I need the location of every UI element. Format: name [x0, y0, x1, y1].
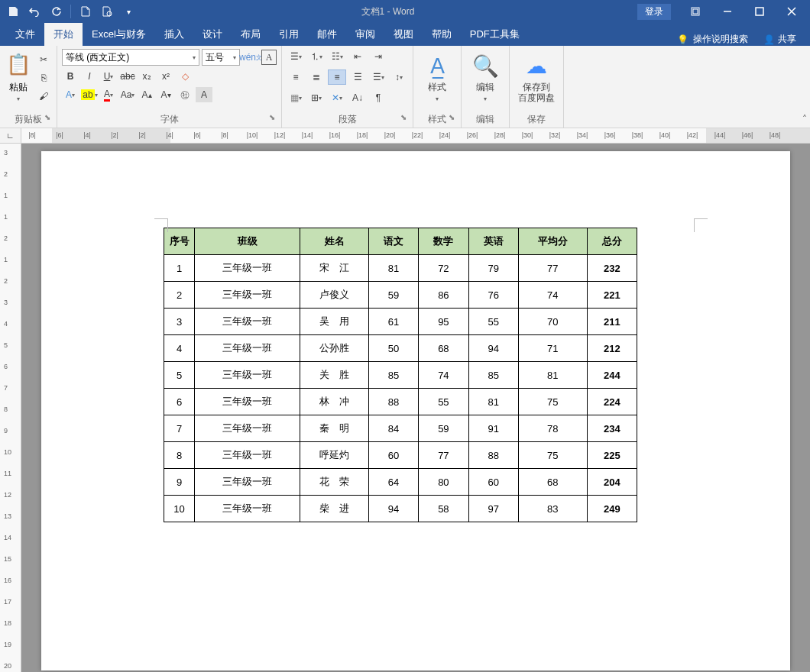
tab-review[interactable]: 审阅 [346, 23, 384, 46]
table-cell[interactable]: 95 [419, 309, 468, 335]
table-cell[interactable]: 70 [518, 309, 587, 335]
table-row[interactable]: 8三年级一班呼延灼60778875225 [164, 442, 637, 469]
enclose-char-icon[interactable]: ㊓ [177, 87, 193, 102]
table-cell[interactable]: 85 [468, 362, 518, 389]
editing-button[interactable]: 🔍 编辑▾ [466, 49, 504, 107]
table-cell[interactable]: 三年级一班 [195, 282, 300, 309]
superscript-button[interactable]: x² [157, 69, 174, 84]
char-shading-icon[interactable]: A [196, 87, 212, 102]
table-cell[interactable]: 三年级一班 [195, 469, 300, 496]
table-cell[interactable]: 81 [468, 389, 518, 415]
table-cell[interactable]: 59 [368, 282, 418, 309]
table-cell[interactable]: 79 [468, 255, 518, 282]
table-cell[interactable]: 204 [587, 469, 637, 496]
table-cell[interactable]: 225 [587, 442, 637, 469]
tell-me-search[interactable]: 💡 操作说明搜索 [669, 33, 756, 46]
multilevel-icon[interactable]: ☷▾ [328, 49, 346, 64]
table-cell[interactable]: 58 [419, 496, 468, 522]
copy-icon[interactable]: ⎘ [35, 70, 52, 86]
table-cell[interactable]: 秦 明 [300, 415, 369, 442]
align-center-icon[interactable]: ≣ [307, 69, 326, 85]
align-right-icon[interactable]: ≡ [328, 69, 346, 85]
table-cell[interactable]: 212 [587, 335, 637, 362]
collapse-ribbon-icon[interactable]: ˄ [802, 114, 807, 124]
table-row[interactable]: 5三年级一班关 胜85748581244 [164, 362, 637, 389]
sort-icon[interactable]: A↓ [348, 90, 367, 105]
table-cell[interactable]: 三年级一班 [195, 255, 300, 282]
horizontal-ruler[interactable]: |8||6||4||2||2||4||6||8||10||12||14||16|… [21, 128, 810, 144]
paste-icon[interactable]: 📋 [5, 49, 32, 79]
line-spacing-icon[interactable]: ↕▾ [390, 69, 408, 85]
font-size-select[interactable]: 五号▾ [202, 49, 240, 66]
table-cell[interactable]: 9 [164, 469, 195, 496]
char-border-icon[interactable]: A [261, 50, 277, 65]
table-cell[interactable]: 221 [587, 282, 637, 309]
table-cell[interactable]: 公孙胜 [300, 335, 369, 362]
table-cell[interactable]: 10 [164, 496, 195, 522]
table-cell[interactable]: 8 [164, 442, 195, 469]
maximize-icon[interactable] [744, 2, 775, 21]
grow-font-icon[interactable]: A▴ [138, 87, 155, 102]
table-header[interactable]: 序号 [164, 228, 195, 255]
table-header[interactable]: 英语 [468, 228, 518, 255]
clipboard-launcher-icon[interactable]: ⬊ [44, 113, 50, 121]
table-cell[interactable]: 三年级一班 [195, 389, 300, 415]
table-cell[interactable]: 2 [164, 282, 195, 309]
font-launcher-icon[interactable]: ⬊ [269, 113, 275, 121]
text-effects-icon[interactable]: A▾ [62, 87, 79, 102]
increase-indent-icon[interactable]: ⇥ [369, 49, 387, 64]
page-viewport[interactable]: 序号班级姓名语文数学英语平均分总分 1三年级一班宋 江817279772322三… [21, 144, 810, 672]
styles-launcher-icon[interactable]: ⬊ [449, 113, 455, 121]
tab-help[interactable]: 帮助 [423, 23, 461, 46]
table-cell[interactable]: 94 [368, 496, 418, 522]
table-cell[interactable]: 55 [468, 309, 518, 335]
table-cell[interactable]: 3 [164, 309, 195, 335]
table-cell[interactable]: 68 [419, 335, 468, 362]
table-cell[interactable]: 三年级一班 [195, 442, 300, 469]
table-cell[interactable]: 55 [419, 389, 468, 415]
table-row[interactable]: 9三年级一班花 荣64806068204 [164, 469, 637, 496]
change-case-icon[interactable]: Aa▾ [119, 87, 136, 102]
tab-mail[interactable]: 邮件 [308, 23, 346, 46]
table-cell[interactable]: 三年级一班 [195, 496, 300, 522]
table-cell[interactable]: 花 荣 [300, 469, 369, 496]
tab-insert[interactable]: 插入 [155, 23, 193, 46]
paste-dropdown-icon[interactable]: ▾ [17, 95, 20, 102]
table-cell[interactable]: 77 [518, 255, 587, 282]
bullets-icon[interactable]: ☰▾ [287, 49, 305, 64]
new-doc-icon[interactable] [76, 2, 96, 21]
ribbon-options-icon[interactable] [680, 2, 711, 21]
table-cell[interactable]: 224 [587, 389, 637, 415]
table-cell[interactable]: 74 [518, 282, 587, 309]
table-cell[interactable]: 71 [518, 335, 587, 362]
snap-to-grid-icon[interactable]: ✕▾ [328, 90, 346, 105]
table-row[interactable]: 1三年级一班宋 江81727977232 [164, 255, 637, 282]
table-cell[interactable]: 关 胜 [300, 362, 369, 389]
distributed-icon[interactable]: ☰▾ [369, 69, 387, 85]
table-cell[interactable]: 6 [164, 389, 195, 415]
table-cell[interactable]: 72 [419, 255, 468, 282]
table-row[interactable]: 4三年级一班公孙胜50689471212 [164, 335, 637, 362]
table-cell[interactable]: 94 [468, 335, 518, 362]
table-cell[interactable]: 249 [587, 496, 637, 522]
table-cell[interactable]: 三年级一班 [195, 415, 300, 442]
close-icon[interactable] [776, 2, 807, 21]
table-cell[interactable]: 50 [368, 335, 418, 362]
subscript-button[interactable]: x₂ [138, 69, 155, 84]
styles-button[interactable]: A̲ 样式▾ [418, 49, 456, 107]
table-cell[interactable]: 64 [368, 469, 418, 496]
table-header[interactable]: 姓名 [300, 228, 369, 255]
table-cell[interactable]: 81 [368, 255, 418, 282]
table-cell[interactable]: 59 [419, 415, 468, 442]
tab-file[interactable]: 文件 [6, 23, 44, 46]
table-cell[interactable]: 85 [368, 362, 418, 389]
vertical-ruler[interactable]: 321121234567891011121314151617181920 [0, 144, 21, 672]
shrink-font-icon[interactable]: A▾ [157, 87, 174, 102]
print-preview-icon[interactable] [97, 2, 117, 21]
tab-design[interactable]: 设计 [193, 23, 232, 46]
cut-icon[interactable]: ✂ [35, 52, 52, 67]
table-cell[interactable]: 75 [518, 389, 587, 415]
show-marks-icon[interactable]: ¶ [369, 90, 387, 105]
font-name-select[interactable]: 等线 (西文正文)▾ [62, 49, 199, 66]
table-cell[interactable]: 三年级一班 [195, 309, 300, 335]
